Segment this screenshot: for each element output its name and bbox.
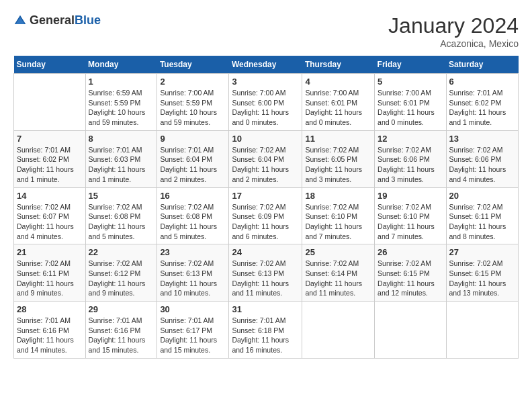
title-block: January 2024 Acazonica, Mexico: [388, 13, 519, 49]
header-tuesday: Tuesday: [157, 56, 229, 74]
day-number: 6: [449, 77, 515, 87]
day-number: 12: [378, 134, 443, 144]
day-number: 16: [160, 191, 226, 201]
day-info: Sunrise: 7:02 AM Sunset: 6:08 PM Dayligh…: [160, 202, 226, 242]
day-number: 4: [305, 77, 371, 87]
day-number: 24: [232, 247, 299, 257]
day-number: 30: [160, 304, 226, 314]
day-info: Sunrise: 7:02 AM Sunset: 6:15 PM Dayligh…: [449, 259, 515, 298]
header-wednesday: Wednesday: [229, 56, 302, 74]
day-info: Sunrise: 7:02 AM Sunset: 6:08 PM Dayligh…: [89, 202, 154, 242]
calendar-cell: 15Sunrise: 7:02 AM Sunset: 6:08 PM Dayli…: [85, 187, 157, 244]
calendar-cell: 12Sunrise: 7:02 AM Sunset: 6:06 PM Dayli…: [375, 130, 446, 187]
calendar-cell: 25Sunrise: 7:02 AM Sunset: 6:14 PM Dayli…: [302, 244, 375, 302]
day-info: Sunrise: 7:01 AM Sunset: 6:16 PM Dayligh…: [17, 316, 83, 355]
calendar-cell: 10Sunrise: 7:02 AM Sunset: 6:04 PM Dayli…: [229, 130, 302, 187]
calendar-cell: 6Sunrise: 7:01 AM Sunset: 6:02 PM Daylig…: [446, 74, 518, 131]
header-thursday: Thursday: [302, 56, 375, 74]
calendar-cell: 16Sunrise: 7:02 AM Sunset: 6:08 PM Dayli…: [157, 187, 229, 244]
calendar-cell: 20Sunrise: 7:02 AM Sunset: 6:11 PM Dayli…: [446, 187, 518, 244]
calendar-cell: 17Sunrise: 7:02 AM Sunset: 6:09 PM Dayli…: [229, 187, 302, 244]
header-saturday: Saturday: [446, 56, 518, 74]
calendar-cell: 27Sunrise: 7:02 AM Sunset: 6:15 PM Dayli…: [446, 244, 518, 302]
day-number: 14: [17, 191, 83, 201]
logo-icon: [13, 14, 27, 28]
day-info: Sunrise: 7:02 AM Sunset: 6:15 PM Dayligh…: [378, 259, 443, 298]
day-number: 10: [232, 134, 299, 144]
day-number: 7: [17, 134, 83, 144]
day-info: Sunrise: 7:02 AM Sunset: 6:12 PM Dayligh…: [89, 259, 154, 298]
week-row-1: 1Sunrise: 6:59 AM Sunset: 5:59 PM Daylig…: [14, 74, 519, 131]
day-info: Sunrise: 7:02 AM Sunset: 6:06 PM Dayligh…: [378, 145, 443, 185]
month-title: January 2024: [388, 13, 519, 38]
day-info: Sunrise: 7:02 AM Sunset: 6:14 PM Dayligh…: [305, 259, 371, 298]
week-row-5: 28Sunrise: 7:01 AM Sunset: 6:16 PM Dayli…: [14, 302, 519, 359]
day-info: Sunrise: 7:02 AM Sunset: 6:13 PM Dayligh…: [160, 259, 226, 298]
day-number: 21: [17, 247, 83, 257]
calendar-cell: 13Sunrise: 7:02 AM Sunset: 6:06 PM Dayli…: [446, 130, 518, 187]
week-row-2: 7Sunrise: 7:01 AM Sunset: 6:02 PM Daylig…: [14, 130, 519, 187]
day-info: Sunrise: 7:02 AM Sunset: 6:13 PM Dayligh…: [232, 259, 299, 298]
day-number: 2: [160, 77, 226, 87]
calendar-cell: 2Sunrise: 7:00 AM Sunset: 5:59 PM Daylig…: [157, 74, 229, 131]
logo: GeneralBlue: [13, 13, 101, 28]
calendar-cell: [302, 302, 375, 359]
day-number: 15: [89, 191, 154, 201]
calendar-cell: [14, 74, 86, 131]
calendar-cell: 14Sunrise: 7:02 AM Sunset: 6:07 PM Dayli…: [14, 187, 86, 244]
day-info: Sunrise: 7:02 AM Sunset: 6:10 PM Dayligh…: [378, 202, 443, 242]
header-sunday: Sunday: [14, 56, 86, 74]
calendar-cell: 18Sunrise: 7:02 AM Sunset: 6:10 PM Dayli…: [302, 187, 375, 244]
day-number: 18: [305, 191, 371, 201]
day-number: 25: [305, 247, 371, 257]
calendar-cell: 28Sunrise: 7:01 AM Sunset: 6:16 PM Dayli…: [14, 302, 86, 359]
calendar-cell: [375, 302, 446, 359]
calendar-cell: 11Sunrise: 7:02 AM Sunset: 6:05 PM Dayli…: [302, 130, 375, 187]
day-info: Sunrise: 7:00 AM Sunset: 6:00 PM Dayligh…: [232, 88, 299, 128]
day-number: 22: [89, 247, 154, 257]
day-info: Sunrise: 7:02 AM Sunset: 6:04 PM Dayligh…: [232, 145, 299, 185]
header-friday: Friday: [375, 56, 446, 74]
week-row-4: 21Sunrise: 7:02 AM Sunset: 6:11 PM Dayli…: [14, 244, 519, 302]
calendar-cell: 26Sunrise: 7:02 AM Sunset: 6:15 PM Dayli…: [375, 244, 446, 302]
header-monday: Monday: [85, 56, 157, 74]
calendar-cell: 8Sunrise: 7:01 AM Sunset: 6:03 PM Daylig…: [85, 130, 157, 187]
logo-text-blue: Blue: [75, 13, 101, 27]
calendar-cell: 19Sunrise: 7:02 AM Sunset: 6:10 PM Dayli…: [375, 187, 446, 244]
day-info: Sunrise: 7:01 AM Sunset: 6:04 PM Dayligh…: [160, 145, 226, 185]
day-info: Sunrise: 6:59 AM Sunset: 5:59 PM Dayligh…: [89, 88, 154, 128]
calendar-cell: 30Sunrise: 7:01 AM Sunset: 6:17 PM Dayli…: [157, 302, 229, 359]
calendar-cell: 29Sunrise: 7:01 AM Sunset: 6:16 PM Dayli…: [85, 302, 157, 359]
calendar-table: SundayMondayTuesdayWednesdayThursdayFrid…: [13, 56, 519, 359]
location: Acazonica, Mexico: [388, 38, 519, 49]
calendar-cell: 31Sunrise: 7:01 AM Sunset: 6:18 PM Dayli…: [229, 302, 302, 359]
calendar-cell: [446, 302, 518, 359]
calendar-cell: 1Sunrise: 6:59 AM Sunset: 5:59 PM Daylig…: [85, 74, 157, 131]
day-number: 5: [378, 77, 443, 87]
day-number: 8: [89, 134, 154, 144]
day-number: 31: [232, 304, 299, 314]
day-info: Sunrise: 7:00 AM Sunset: 6:01 PM Dayligh…: [305, 88, 371, 128]
day-info: Sunrise: 7:02 AM Sunset: 6:07 PM Dayligh…: [17, 202, 83, 242]
calendar-cell: 23Sunrise: 7:02 AM Sunset: 6:13 PM Dayli…: [157, 244, 229, 302]
day-info: Sunrise: 7:01 AM Sunset: 6:03 PM Dayligh…: [89, 145, 154, 185]
day-number: 23: [160, 247, 226, 257]
day-info: Sunrise: 7:02 AM Sunset: 6:06 PM Dayligh…: [449, 145, 515, 185]
day-info: Sunrise: 7:00 AM Sunset: 5:59 PM Dayligh…: [160, 88, 226, 128]
calendar-cell: 24Sunrise: 7:02 AM Sunset: 6:13 PM Dayli…: [229, 244, 302, 302]
day-info: Sunrise: 7:01 AM Sunset: 6:02 PM Dayligh…: [17, 145, 83, 185]
page-header: GeneralBlue January 2024 Acazonica, Mexi…: [13, 13, 519, 49]
day-info: Sunrise: 7:02 AM Sunset: 6:05 PM Dayligh…: [305, 145, 371, 185]
day-number: 3: [232, 77, 299, 87]
week-row-3: 14Sunrise: 7:02 AM Sunset: 6:07 PM Dayli…: [14, 187, 519, 244]
day-info: Sunrise: 7:02 AM Sunset: 6:11 PM Dayligh…: [449, 202, 515, 242]
day-info: Sunrise: 7:02 AM Sunset: 6:09 PM Dayligh…: [232, 202, 299, 242]
day-number: 13: [449, 134, 515, 144]
day-number: 11: [305, 134, 371, 144]
day-number: 27: [449, 247, 515, 257]
calendar-cell: 4Sunrise: 7:00 AM Sunset: 6:01 PM Daylig…: [302, 74, 375, 131]
day-info: Sunrise: 7:01 AM Sunset: 6:02 PM Dayligh…: [449, 88, 515, 128]
day-number: 9: [160, 134, 226, 144]
day-info: Sunrise: 7:00 AM Sunset: 6:01 PM Dayligh…: [378, 88, 443, 128]
day-info: Sunrise: 7:02 AM Sunset: 6:11 PM Dayligh…: [17, 259, 83, 298]
